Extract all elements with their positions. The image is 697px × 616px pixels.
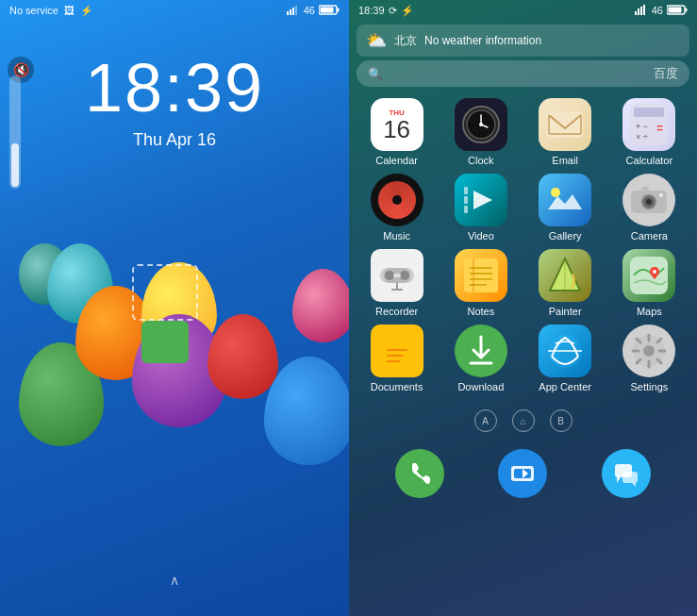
usb-home-icon: ⚡ — [401, 5, 414, 17]
vinyl-center — [392, 195, 402, 205]
svg-marker-28 — [473, 191, 492, 209]
video-label: Video — [468, 230, 494, 241]
clock-label: Clock — [468, 155, 494, 166]
clock-icon — [455, 98, 507, 151]
svg-point-33 — [551, 188, 560, 197]
weather-bar: ⛅ 北京 No weather information — [357, 25, 689, 57]
signal-bars-icon — [287, 4, 300, 17]
calendar-day: 16 — [383, 117, 410, 142]
app-download[interactable]: Download — [442, 325, 519, 392]
svg-rect-47 — [391, 289, 403, 291]
app-music[interactable]: Music — [358, 174, 435, 241]
painter-icon — [539, 249, 591, 302]
svg-rect-13 — [686, 8, 688, 11]
svg-rect-31 — [464, 206, 468, 213]
svg-text:×  ÷: × ÷ — [636, 132, 648, 142]
nav-home-button[interactable]: ⌂ — [512, 409, 535, 432]
home-battery-icon — [667, 5, 688, 17]
svg-point-37 — [646, 199, 652, 205]
lock-time: 18:39 — [0, 49, 349, 126]
maps-icon — [622, 249, 675, 302]
calculator-label: Calculator — [626, 155, 673, 166]
app-settings[interactable]: Settings — [611, 325, 688, 392]
network-type-text: 46 — [304, 5, 315, 16]
svg-rect-9 — [640, 7, 642, 15]
balloons — [19, 201, 330, 559]
app-camera[interactable]: Camera — [611, 174, 688, 241]
baidu-label: 百度 — [654, 65, 678, 82]
volume-fill — [11, 143, 19, 187]
dock-chat[interactable] — [602, 449, 651, 498]
sync-icon: ⟳ — [389, 5, 397, 17]
home-network-text: 46 — [652, 5, 663, 16]
calendar-label: Calendar — [375, 155, 418, 166]
svg-rect-85 — [622, 472, 638, 483]
svg-point-17 — [479, 123, 483, 126]
home-time: 18:39 — [358, 5, 385, 16]
dock-phone[interactable] — [395, 449, 444, 498]
app-calculator[interactable]: + − × ÷ = Calculator — [611, 98, 688, 166]
notes-label: Notes — [468, 306, 495, 317]
search-icon: 🔍 — [368, 67, 383, 81]
search-bar[interactable]: 🔍 百度 — [357, 60, 689, 87]
app-video[interactable]: Video — [442, 174, 519, 241]
svg-point-43 — [385, 271, 394, 280]
app-email[interactable]: Email — [527, 98, 604, 166]
bottom-dock — [349, 441, 697, 508]
svg-point-39 — [659, 193, 663, 197]
svg-rect-0 — [287, 11, 289, 15]
svg-rect-8 — [638, 8, 639, 15]
app-gallery[interactable]: Gallery — [527, 174, 604, 241]
swipe-indicator: ∧ — [170, 573, 179, 588]
app-appcenter[interactable]: App Center — [527, 325, 604, 392]
calculator-icon: + − × ÷ = — [622, 98, 675, 151]
nav-menu-button[interactable]: B — [550, 409, 573, 432]
weather-icon: ⛅ — [366, 30, 387, 51]
painter-label: Painter — [549, 306, 582, 317]
gallery-label: Gallery — [549, 230, 582, 241]
nav-back-button[interactable]: A — [474, 409, 497, 432]
vinyl-record — [378, 181, 416, 219]
lock-screen: No service 🖼 ⚡ 46 🔇 18:39 Thu Apr 16 — [0, 0, 349, 616]
recorder-icon — [371, 249, 423, 302]
recorder-label: Recorder — [375, 306, 418, 317]
home-status-right: 46 — [635, 4, 688, 17]
lock-status-right: 46 — [287, 4, 340, 17]
maps-label: Maps — [637, 306, 662, 317]
search-left: 🔍 — [368, 67, 383, 81]
image-icon: 🖼 — [64, 5, 75, 16]
svg-rect-65 — [387, 349, 407, 351]
dock-meizu[interactable] — [498, 449, 547, 498]
chevron-up-icon: ∧ — [170, 573, 179, 588]
home-signal-icon — [635, 4, 648, 17]
app-maps[interactable]: Maps — [611, 249, 688, 317]
menu-icon: B — [557, 416, 564, 426]
weather-info: No weather information — [424, 34, 541, 47]
notes-icon — [455, 249, 507, 302]
app-clock[interactable]: Clock — [442, 98, 519, 166]
svg-rect-7 — [635, 11, 637, 15]
email-icon — [539, 98, 591, 151]
app-calendar[interactable]: Thu 16 Calendar — [358, 98, 435, 166]
app-painter[interactable]: Painter — [527, 249, 604, 317]
home-screen: 18:39 ⟳ ⚡ 46 ⛅ 北京 No weather information… — [349, 0, 697, 616]
app-notes[interactable]: Notes — [442, 249, 519, 317]
lock-date: Thu Apr 16 — [0, 130, 349, 150]
app-recorder[interactable]: Recorder — [358, 249, 435, 317]
svg-rect-32 — [544, 179, 586, 221]
svg-rect-49 — [464, 258, 498, 292]
battery-icon — [319, 5, 340, 17]
camera-label: Camera — [631, 230, 668, 241]
clock-face — [462, 106, 500, 143]
svg-rect-67 — [387, 360, 400, 362]
appcenter-label: App Center — [539, 381, 591, 392]
svg-rect-66 — [387, 355, 404, 357]
back-icon: A — [482, 416, 489, 426]
volume-slider[interactable] — [9, 75, 21, 189]
app-documents[interactable]: Documents — [358, 325, 435, 392]
svg-point-71 — [643, 345, 655, 357]
svg-marker-84 — [617, 477, 621, 483]
email-label: Email — [552, 155, 578, 166]
home-status-bar: 18:39 ⟳ ⚡ 46 — [349, 0, 697, 21]
settings-icon — [622, 325, 675, 377]
